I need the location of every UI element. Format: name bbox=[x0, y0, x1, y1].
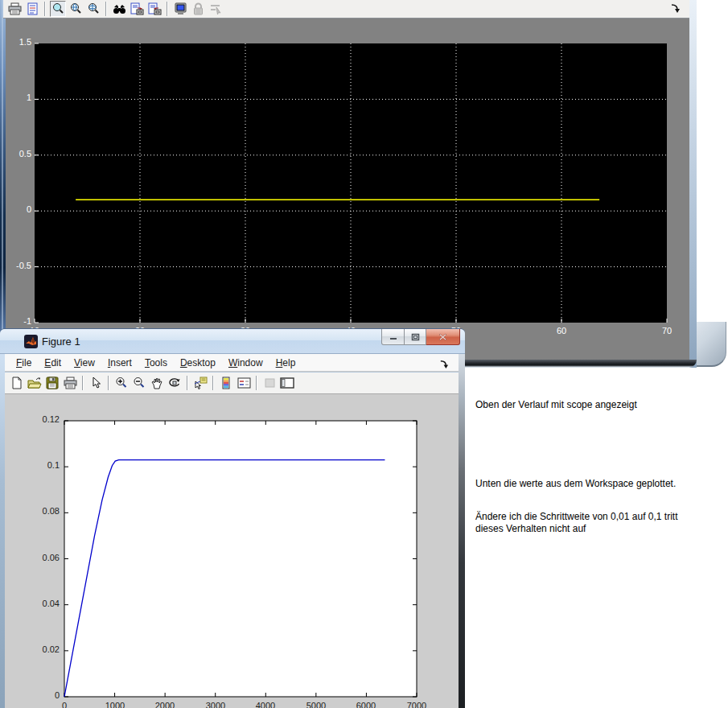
figure-menubar: File Edit View Insert Tools Desktop Wind… bbox=[5, 354, 459, 372]
scope-plot-area: 1.5 1 0.5 0 -0.5 -1 10 20 30 40 50 60 70 bbox=[6, 19, 689, 360]
figure-y-tick: 0.12 bbox=[24, 414, 60, 426]
parameters-icon[interactable] bbox=[24, 1, 40, 17]
figure-y-tick: 0.08 bbox=[24, 506, 60, 517]
menu-tools[interactable]: Tools bbox=[138, 355, 174, 371]
figure-x-tick: 7000 bbox=[397, 701, 437, 708]
restore-button[interactable] bbox=[405, 329, 426, 345]
toolbar-separator bbox=[167, 2, 168, 16]
save-axes-settings-icon[interactable] bbox=[129, 1, 145, 17]
scope-x-tick: 70 bbox=[651, 326, 683, 337]
figure-canvas: 0.12 0.1 0.08 0.06 0.04 0.02 0 0 1000 20… bbox=[5, 394, 459, 708]
figure-x-tick: 6000 bbox=[346, 701, 386, 708]
figure-y-tick: 0.02 bbox=[24, 644, 60, 656]
figure-axes bbox=[5, 394, 459, 708]
toolbar-separator bbox=[187, 376, 188, 390]
figure-titlebar[interactable]: Figure 1 bbox=[0, 329, 465, 354]
close-button[interactable] bbox=[426, 329, 460, 345]
scope-window-left-border bbox=[2, 0, 3, 368]
toolbar-separator bbox=[256, 376, 257, 390]
matlab-logo-icon bbox=[24, 335, 38, 348]
figure-y-tick: 0.06 bbox=[24, 553, 60, 564]
figure-window-right-border bbox=[459, 354, 465, 708]
figure-dock-arrow-icon[interactable] bbox=[439, 358, 452, 371]
autoscale-binoculars-icon[interactable] bbox=[111, 1, 127, 17]
menu-desktop[interactable]: Desktop bbox=[174, 355, 222, 371]
scope-window: 1.5 1 0.5 0 -0.5 -1 10 20 30 40 50 60 70 bbox=[2, 0, 697, 368]
toolbar-separator bbox=[108, 376, 109, 390]
note-line: Oben der Verlauf mit scope angezeigt bbox=[475, 399, 637, 411]
screenshot-root: 1.5 1 0.5 0 -0.5 -1 10 20 30 40 50 60 70… bbox=[0, 0, 728, 708]
figure-window-title: Figure 1 bbox=[42, 335, 80, 348]
note-line: Ändere ich die Schrittweite von 0,01 auf… bbox=[475, 511, 677, 535]
figure-toolbar bbox=[5, 373, 459, 394]
menu-insert[interactable]: Insert bbox=[101, 355, 138, 371]
open-file-icon[interactable] bbox=[27, 375, 43, 391]
insert-colorbar-icon[interactable] bbox=[218, 375, 234, 391]
window-caption-buttons bbox=[381, 329, 460, 345]
edit-plot-pointer-icon[interactable] bbox=[88, 375, 104, 391]
menu-file[interactable]: File bbox=[10, 355, 38, 371]
figure-y-tick: 0 bbox=[24, 690, 60, 702]
insert-legend-icon[interactable] bbox=[236, 375, 252, 391]
scope-y-tick: 0.5 bbox=[2, 149, 31, 160]
scope-x-tick: 60 bbox=[545, 326, 578, 337]
print-figure-icon[interactable] bbox=[62, 375, 78, 391]
toolbar-separator bbox=[105, 2, 107, 16]
floating-scope-icon[interactable] bbox=[172, 1, 188, 17]
minimize-button[interactable] bbox=[381, 329, 405, 345]
save-figure-icon[interactable] bbox=[44, 375, 60, 391]
toolbar-separator bbox=[44, 2, 46, 16]
zoom-x-icon[interactable] bbox=[68, 1, 84, 17]
figure-x-tick: 4000 bbox=[245, 701, 286, 708]
scope-axes bbox=[6, 19, 689, 360]
new-figure-icon[interactable] bbox=[9, 375, 25, 391]
figure-x-tick: 0 bbox=[44, 701, 84, 708]
figure-x-tick: 3000 bbox=[195, 701, 236, 708]
show-plot-tools-icon[interactable] bbox=[279, 375, 295, 391]
scope-window-right-border bbox=[689, 0, 697, 368]
rotate-3d-icon[interactable] bbox=[167, 375, 183, 391]
scope-y-tick: 1.5 bbox=[2, 37, 31, 48]
pan-hand-icon[interactable] bbox=[149, 375, 165, 391]
figure-x-tick: 5000 bbox=[296, 701, 336, 708]
figure-x-tick: 1000 bbox=[95, 701, 135, 708]
figure-x-tick: 2000 bbox=[145, 701, 185, 708]
zoom-out-icon[interactable] bbox=[131, 375, 147, 391]
zoom-in-icon[interactable] bbox=[113, 375, 130, 391]
toolbar-separator bbox=[82, 376, 84, 390]
signal-selection-icon[interactable] bbox=[208, 1, 224, 17]
menu-edit[interactable]: Edit bbox=[38, 355, 68, 371]
restore-axes-settings-icon[interactable] bbox=[146, 1, 162, 17]
menu-help[interactable]: Help bbox=[269, 355, 302, 371]
lock-axes-icon[interactable] bbox=[190, 1, 206, 17]
zoom-y-icon[interactable] bbox=[85, 1, 101, 17]
scope-toolbar bbox=[3, 0, 689, 19]
print-icon[interactable] bbox=[6, 1, 23, 17]
note-line-part: Ändere ich die Schrittweite von 0,01 auf… bbox=[475, 511, 677, 522]
scope-y-tick: 1 bbox=[2, 93, 31, 104]
zoom-icon[interactable] bbox=[50, 1, 66, 17]
scope-y-tick: -0.5 bbox=[2, 261, 31, 272]
menu-window[interactable]: Window bbox=[222, 355, 269, 371]
figure-y-tick: 0.04 bbox=[24, 599, 60, 610]
note-line: Unten die werte aus dem Workspace geplot… bbox=[475, 478, 676, 490]
toolbar-separator bbox=[212, 376, 214, 390]
figure-window: Figure 1 File Edit View Insert Tools Des… bbox=[0, 328, 465, 708]
menu-view[interactable]: View bbox=[68, 355, 101, 371]
scope-y-tick: 0 bbox=[2, 204, 31, 216]
note-line-part: dieses Verhalten nicht auf bbox=[475, 523, 586, 534]
scope-dock-arrow-icon[interactable] bbox=[670, 2, 683, 15]
hide-plot-tools-icon[interactable] bbox=[261, 375, 278, 391]
data-cursor-icon[interactable] bbox=[192, 375, 208, 391]
figure-y-tick: 0.1 bbox=[24, 460, 60, 471]
